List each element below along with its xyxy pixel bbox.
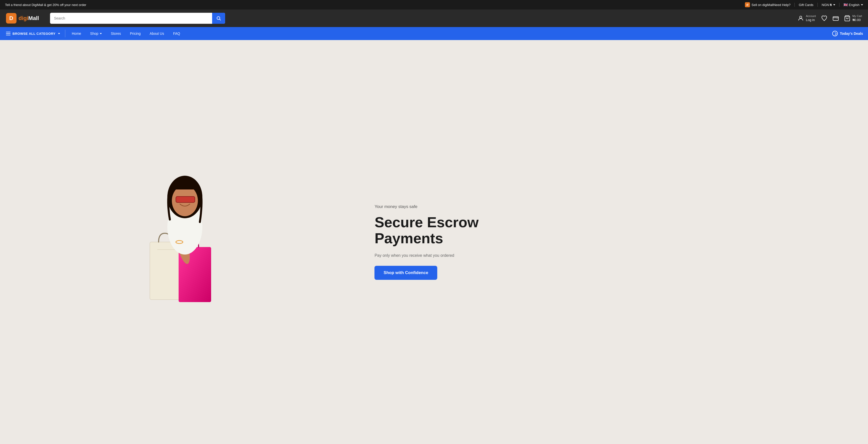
cart-text: My Cart ₦0.00 <box>852 14 862 22</box>
chevron-down-icon <box>100 33 102 34</box>
language-label: English <box>849 3 860 7</box>
cart-icon <box>844 15 850 22</box>
hero-illustration <box>135 170 230 315</box>
svg-point-0 <box>217 17 220 20</box>
cart-label: My Cart <box>852 14 862 18</box>
logo-digi: digi <box>19 15 28 21</box>
sell-on-digimall[interactable]: d! Sell on digiMall <box>745 2 773 7</box>
logo-icon: D <box>6 13 17 24</box>
hero-sub-title: Your money stays safe <box>374 204 848 209</box>
logo[interactable]: D digiMall <box>6 13 46 24</box>
hero-image <box>0 170 365 315</box>
gift-cards-link[interactable]: Gift Cards <box>799 3 813 7</box>
chevron-down-icon <box>833 4 835 5</box>
deals-icon <box>832 31 838 36</box>
announcement-text: Tell a friend about DigiMall & get 20% o… <box>5 3 745 7</box>
cart[interactable]: My Cart ₦0.00 <box>844 14 862 22</box>
svg-rect-14 <box>176 197 195 203</box>
sell-icon: d! <box>745 2 750 7</box>
sell-label: Sell on digiMall <box>751 3 773 7</box>
nav-home[interactable]: Home <box>67 27 86 40</box>
chevron-down-icon <box>861 4 863 5</box>
currency-label: NGN ₦ <box>822 3 832 7</box>
nav-divider <box>65 30 65 37</box>
hero-section: Your money stays safe Secure Escrow Paym… <box>0 40 868 444</box>
search-bar <box>50 13 225 24</box>
hero-title-line1: Secure Escrow <box>374 214 478 230</box>
cart-amount: ₦0.00 <box>852 18 862 22</box>
logo-text: digiMall <box>19 15 39 22</box>
main-navbar: BROWSE ALL CATEGORY Home Shop Stores Pri… <box>0 27 868 40</box>
account-label: Account <box>806 14 816 18</box>
need-help-link[interactable]: Need Help? <box>773 3 791 7</box>
nav-shop[interactable]: Shop <box>86 27 106 40</box>
nav-pricing[interactable]: Pricing <box>126 27 145 40</box>
site-header: D digiMall Account Log in <box>0 9 868 27</box>
svg-point-2 <box>800 16 802 18</box>
top-announcement-bar: Tell a friend about DigiMall & get 20% o… <box>0 0 868 9</box>
browse-label: BROWSE ALL CATEGORY <box>12 32 56 35</box>
chevron-down-icon <box>58 33 60 34</box>
account-login[interactable]: Account Log in <box>798 14 816 22</box>
search-icon <box>216 16 221 21</box>
wallet-icon <box>833 15 839 22</box>
shop-label: Shop <box>90 32 98 35</box>
svg-line-1 <box>220 19 221 21</box>
wallet[interactable] <box>833 15 839 22</box>
language-selector[interactable]: 🇬🇧 English <box>843 3 863 7</box>
hero-description: Pay only when you receive what you order… <box>374 253 848 258</box>
account-text: Account Log in <box>806 14 816 22</box>
top-bar-right: Need Help? Gift Cards NGN ₦ 🇬🇧 English <box>773 3 863 7</box>
heart-icon <box>821 15 828 22</box>
account-login-label: Log in <box>806 18 816 22</box>
wishlist[interactable] <box>821 15 828 22</box>
currency-selector[interactable]: NGN ₦ <box>822 3 835 7</box>
nav-stores[interactable]: Stores <box>106 27 125 40</box>
search-button[interactable] <box>212 13 225 24</box>
nav-faq[interactable]: FAQ <box>168 27 185 40</box>
hamburger-icon <box>6 32 10 35</box>
nav-about[interactable]: About Us <box>145 27 168 40</box>
browse-all-category-button[interactable]: BROWSE ALL CATEGORY <box>5 32 63 35</box>
shop-confidence-button[interactable]: Shop with Confidence <box>374 266 437 280</box>
svg-rect-3 <box>833 17 838 21</box>
hero-figure <box>135 170 230 315</box>
flag-icon: 🇬🇧 <box>843 3 848 7</box>
hero-title-line2: Payments <box>374 230 443 246</box>
hero-title: Secure Escrow Payments <box>374 214 848 246</box>
nav-links: Home Shop Stores Pricing About Us FAQ <box>67 27 832 40</box>
hero-content: Your money stays safe Secure Escrow Paym… <box>365 189 868 295</box>
header-actions: Account Log in My Cart ₦0.0 <box>798 14 862 22</box>
deals-label: Today's Deals <box>840 32 863 35</box>
search-input[interactable] <box>50 13 212 24</box>
user-icon <box>798 15 804 22</box>
logo-mall: Mall <box>28 15 39 21</box>
divider <box>817 3 818 7</box>
todays-deals[interactable]: Today's Deals <box>832 31 863 36</box>
